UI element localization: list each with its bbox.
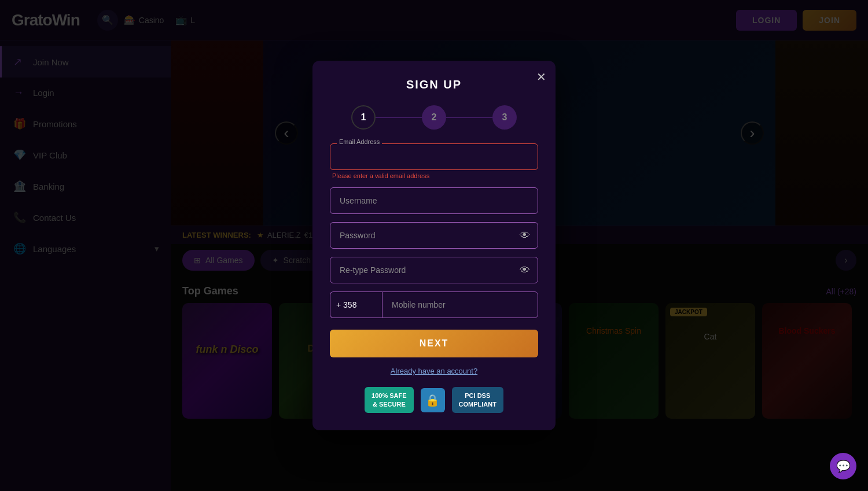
step-1-circle: 1 (351, 105, 376, 130)
username-input[interactable] (330, 187, 538, 214)
email-field-group: Email Address Please enter a valid email… (330, 143, 538, 179)
step-line-1 (376, 117, 422, 118)
password-field-group: 👁 (330, 222, 538, 249)
password-toggle-icon[interactable]: 👁 (520, 230, 530, 242)
security-badges: 100% SAFE& SECURE 🔒 PCI DSSCOMPLIANT (330, 387, 538, 413)
step-line-2 (446, 117, 492, 118)
next-button[interactable]: NEXT (330, 330, 538, 357)
pci-badge: PCI DSSCOMPLIANT (452, 387, 503, 413)
email-input[interactable] (330, 143, 538, 170)
already-account-link[interactable]: Already have an account? (330, 367, 538, 375)
phone-number-input[interactable] (382, 291, 538, 318)
username-field-group (330, 187, 538, 214)
modal-close-button[interactable]: ✕ (536, 70, 546, 84)
email-label: Email Address (337, 138, 382, 145)
signup-steps: 1 2 3 (330, 105, 538, 130)
retype-password-field-group: 👁 (330, 257, 538, 283)
modal-overlay: SIGN UP ✕ 1 2 3 Email Address Please ent… (0, 0, 868, 491)
retype-password-input[interactable] (330, 257, 538, 283)
ssl-badge: 🔒 (421, 388, 445, 412)
email-error: Please enter a valid email address (330, 172, 538, 179)
pci-label: PCI DSSCOMPLIANT (459, 392, 496, 407)
safe-secure-label: 100% SAFE& SECURE (372, 392, 407, 407)
phone-code-input[interactable] (330, 291, 382, 318)
chat-icon: 💬 (836, 459, 851, 473)
step-3-circle: 3 (492, 105, 517, 130)
signup-modal: SIGN UP ✕ 1 2 3 Email Address Please ent… (312, 61, 556, 430)
password-input[interactable] (330, 222, 538, 249)
modal-title: SIGN UP (330, 78, 538, 91)
lock-icon: 🔒 (425, 393, 440, 407)
phone-field-group (330, 291, 538, 318)
chat-button[interactable]: 💬 (830, 453, 856, 479)
safe-secure-badge: 100% SAFE& SECURE (365, 387, 414, 413)
retype-password-toggle-icon[interactable]: 👁 (520, 264, 530, 276)
step-2-circle: 2 (422, 105, 446, 130)
